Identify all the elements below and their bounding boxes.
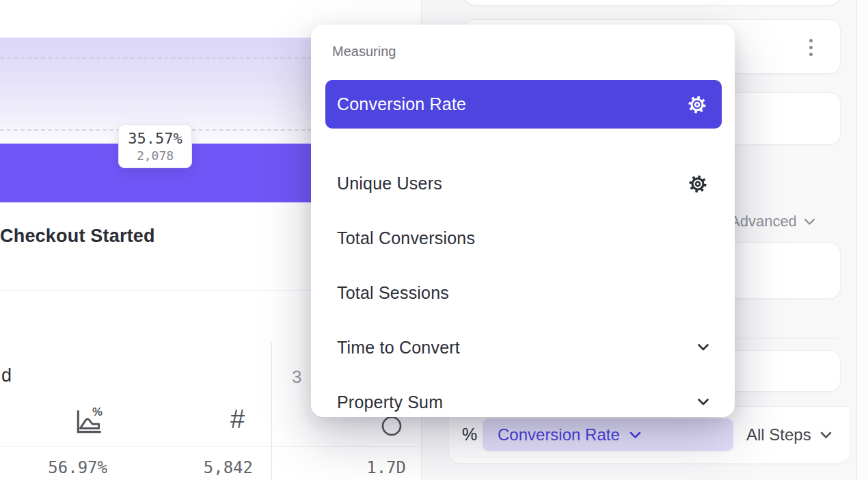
tooltip-conversion-rate: 35.57%: [128, 130, 182, 147]
chevron-down-icon: [697, 398, 709, 406]
table-next-step-header-truncated: 3: [292, 366, 301, 388]
steps-selector[interactable]: All Steps: [746, 425, 832, 444]
menu-item-total-sessions[interactable]: Total Sessions: [311, 269, 735, 317]
table-column-divider: [271, 342, 272, 480]
step-card-cutoff: [463, 0, 841, 5]
tooltip-count: 2,078: [137, 148, 174, 163]
menu-item-property-sum[interactable]: Property Sum: [311, 378, 735, 426]
chevron-down-icon: [804, 218, 815, 226]
funnel-builder-screen: 35.57% 2,078 Checkout Started d 3 % # 56…: [0, 0, 868, 480]
gear-icon[interactable]: [686, 93, 709, 116]
advanced-label: Advanced: [730, 213, 797, 230]
panel-gutter: [857, 0, 868, 480]
menu-item-conversion-rate[interactable]: Conversion Rate: [325, 80, 722, 129]
steps-selector-label: All Steps: [746, 425, 811, 444]
step-axis-label: Checkout Started: [0, 226, 155, 247]
chevron-down-icon: [629, 431, 641, 439]
kebab-menu-icon[interactable]: [809, 39, 813, 56]
conversion-rate-icon: %: [72, 405, 105, 438]
value-time-to-convert: 1.7D: [310, 458, 406, 479]
table-row-name-truncated: d: [1, 365, 12, 386]
gear-icon[interactable]: [686, 172, 709, 196]
chart-tooltip: 35.57% 2,078: [118, 124, 192, 168]
menu-item-time-to-convert[interactable]: Time to Convert: [311, 323, 735, 371]
menu-item-unique-users[interactable]: Unique Users: [311, 159, 735, 208]
measuring-dropdown: Measuring Conversion Rate Unique Users: [311, 25, 735, 417]
chevron-down-icon: [697, 343, 709, 351]
divider: [0, 446, 422, 446]
measurement-chip-label: Conversion Rate: [498, 425, 620, 444]
panel-border: [856, 0, 857, 480]
count-icon: #: [230, 405, 245, 434]
advanced-toggle[interactable]: Advanced: [730, 213, 815, 230]
menu-item-total-conversions[interactable]: Total Conversions: [311, 214, 735, 262]
value-conversion-rate: 56.97%: [12, 458, 107, 479]
value-count: 5,842: [157, 458, 253, 479]
percent-overlay: %: [92, 405, 103, 418]
dropdown-header: Measuring: [332, 44, 396, 59]
chevron-down-icon: [820, 431, 832, 439]
percent-symbol: %: [462, 425, 477, 444]
